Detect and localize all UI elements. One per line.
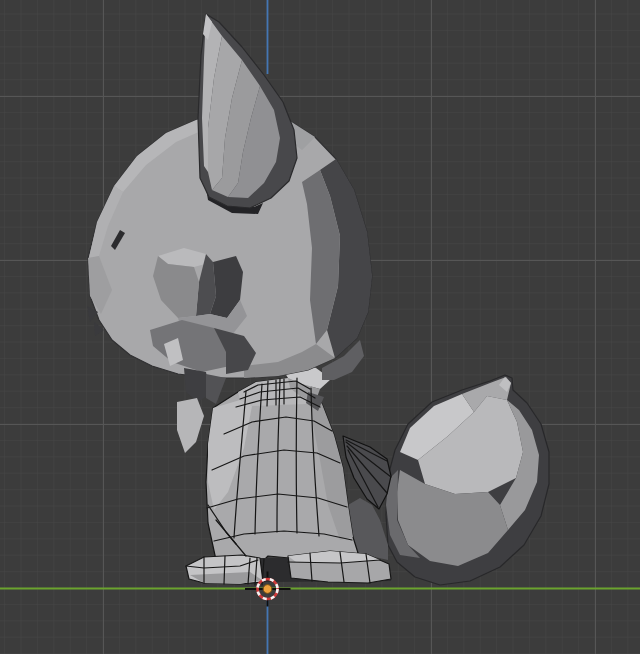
object-origin-dot: [263, 585, 272, 594]
viewport-canvas[interactable]: [0, 0, 640, 654]
blender-viewport[interactable]: [0, 0, 640, 654]
